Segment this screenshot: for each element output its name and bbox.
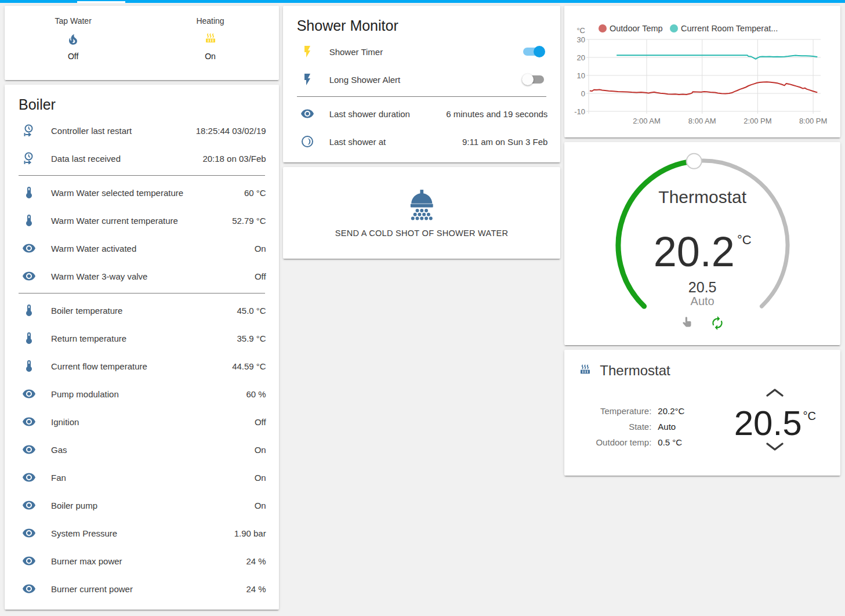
svg-text:30: 30 — [577, 35, 585, 44]
dashboard: Tap WaterOffHeatingOn Boiler Controller … — [0, 3, 845, 614]
dial-handle[interactable] — [687, 154, 702, 169]
entity-label: Burner max power — [51, 556, 122, 566]
shower-monitor-title: Shower Monitor — [297, 17, 552, 34]
entity-row[interactable]: IgnitionOff — [14, 408, 270, 436]
entity-label: Data last received — [51, 154, 121, 164]
entity-value: 44.59 °C — [232, 361, 266, 371]
glance-item-tap-water[interactable]: Tap WaterOff — [5, 6, 142, 80]
legend-dot — [670, 24, 678, 32]
thermostat-dial-card: Thermostat 20.2°C 20.5 Auto — [564, 142, 840, 345]
thermometer-icon — [22, 213, 36, 227]
eye-icon — [22, 582, 36, 596]
entity-row[interactable]: GasOn — [14, 436, 270, 463]
entity-row[interactable]: Warm Water activatedOn — [14, 234, 270, 262]
entity-label: Gas — [51, 445, 67, 455]
entity-label: Boiler temperature — [51, 306, 122, 316]
chevron-down-icon[interactable] — [765, 442, 785, 451]
entity-row[interactable]: Burner max power24 % — [14, 547, 270, 575]
entity-value: On — [255, 244, 266, 253]
entity-row[interactable]: Return temperature35.9 °C — [14, 324, 270, 352]
entity-label: Burner current power — [51, 584, 133, 594]
boiler-card: Boiler Controller last restart18:25:44 0… — [5, 85, 279, 610]
entity-row[interactable]: Last shower duration6 minutes and 19 sec… — [292, 100, 552, 128]
shower-button-card[interactable]: SEND A COLD SHOT OF SHOWER WATER — [283, 167, 561, 259]
clock-start-icon — [22, 124, 36, 137]
active-tab-indicator[interactable] — [77, 1, 125, 3]
dial-title: Thermostat — [564, 187, 840, 207]
thermostat-card-title: Thermostat — [600, 363, 670, 379]
entity-label: Shower Timer — [329, 47, 383, 57]
svg-text:2:00 AM: 2:00 AM — [633, 117, 661, 125]
glance-item-heating[interactable]: HeatingOn — [142, 6, 278, 80]
entity-value: Off — [255, 417, 266, 427]
toggle-switch[interactable] — [523, 48, 544, 56]
eye-icon — [300, 107, 314, 121]
shower-monitor-card: Shower Monitor Shower TimerLong Shower A… — [283, 6, 561, 162]
right-column: 3020100-102:00 AM8:00 AM2:00 PM8:00 PM°C… — [564, 6, 840, 480]
attribute-row: Temperature:20.2°C — [564, 403, 684, 419]
entity-label: System Pressure — [51, 528, 117, 538]
target-temperature-control: 20.5°C — [726, 388, 824, 451]
entity-row[interactable]: FanOn — [14, 463, 270, 491]
attribute-value: Auto — [658, 419, 676, 434]
svg-text:-10: -10 — [575, 107, 586, 116]
entity-value: 45.0 °C — [237, 306, 266, 316]
entity-row[interactable]: Warm Water selected temperature60 °C — [14, 179, 270, 206]
entity-value: 24 % — [246, 584, 266, 594]
eye-icon — [22, 415, 36, 429]
svg-text:8:00 AM: 8:00 AM — [688, 117, 716, 125]
entity-value: 1.90 bar — [234, 528, 266, 538]
toggle-switch[interactable] — [523, 75, 544, 84]
divider — [19, 175, 265, 176]
attribute-label: Temperature: — [564, 403, 651, 419]
entity-row[interactable]: Warm Water 3-way valveOff — [14, 262, 270, 290]
eye-icon — [22, 498, 36, 512]
glance-card: Tap WaterOffHeatingOn — [5, 6, 279, 80]
chevron-up-icon[interactable] — [765, 388, 785, 397]
auto-mode-autorenew-icon[interactable] — [710, 316, 725, 331]
attribute-row: Outdoor temp:0.5 °C — [564, 434, 684, 450]
entity-label: Last shower duration — [329, 109, 410, 119]
entity-label: Warm Water activated — [51, 244, 136, 253]
dial-mode: Auto — [564, 295, 840, 308]
flash-icon — [300, 45, 314, 59]
entity-row[interactable]: Boiler temperature45.0 °C — [14, 296, 270, 324]
app-header — [0, 0, 845, 3]
glance-item-state: On — [205, 52, 216, 61]
entity-row[interactable]: Burner current power24 % — [14, 575, 270, 603]
manual-mode-hand-icon[interactable] — [680, 316, 695, 331]
target-temperature-value: 20.5°C — [726, 397, 824, 442]
eye-icon — [22, 269, 36, 283]
entity-label: Warm Water current temperature — [51, 216, 178, 226]
entity-row[interactable]: Current flow temperature44.59 °C — [14, 352, 270, 380]
attribute-row: State:Auto — [564, 419, 684, 434]
entity-label: Pump modulation — [51, 389, 119, 399]
eye-icon — [22, 443, 36, 456]
eye-icon — [22, 241, 36, 255]
dial-target-temperature: 20.5 — [564, 279, 840, 296]
entity-row[interactable]: Warm Water current temperature52.79 °C — [14, 206, 270, 234]
series-line-0 — [590, 82, 817, 95]
entity-value: On — [255, 445, 266, 455]
radiator-icon — [578, 364, 592, 378]
thermostat-card-header: Thermostat — [578, 363, 670, 379]
entity-row[interactable]: Data last received20:18 on 03/Feb — [14, 144, 270, 172]
entity-row[interactable]: Pump modulation60 % — [14, 380, 270, 408]
history-chart-card: 3020100-102:00 AM8:00 AM2:00 PM8:00 PM°C… — [564, 6, 840, 137]
entity-label: Fan — [51, 473, 66, 483]
shower-head-icon — [404, 188, 440, 224]
eye-icon — [22, 554, 36, 568]
entity-value: 20:18 on 03/Feb — [202, 154, 266, 164]
svg-text:8:00 PM: 8:00 PM — [799, 117, 827, 125]
fire-icon — [66, 32, 80, 46]
entity-row[interactable]: Boiler pumpOn — [14, 491, 270, 519]
dial-mode-buttons — [564, 316, 840, 331]
entity-row[interactable]: Last shower at9:11 am on Sun 3 Feb — [292, 128, 552, 155]
middle-column: Shower Monitor Shower TimerLong Shower A… — [283, 6, 561, 263]
divider — [19, 293, 265, 293]
thermometer-icon — [22, 331, 36, 345]
svg-text:0: 0 — [581, 89, 585, 98]
entity-row[interactable]: Controller last restart18:25:44 03/02/19 — [14, 117, 270, 144]
entity-row[interactable]: System Pressure1.90 bar — [14, 519, 270, 547]
thermometer-icon — [22, 303, 36, 317]
